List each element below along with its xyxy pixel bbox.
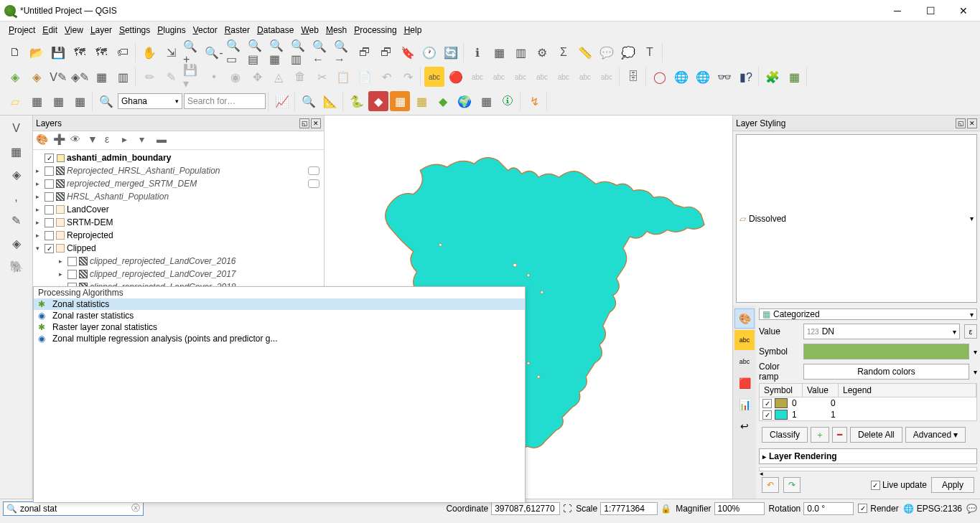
style-forward-button[interactable]: ↷: [783, 477, 801, 493]
color-ramp-button[interactable]: Random colors: [803, 364, 969, 380]
redo-icon[interactable]: ↷: [398, 67, 418, 87]
layer-checkbox[interactable]: [45, 166, 54, 176]
layer-checkbox[interactable]: ✓: [45, 244, 54, 253]
georef-icon[interactable]: 📐: [320, 91, 340, 111]
select-invert-icon[interactable]: ▦: [70, 91, 90, 111]
menu-help[interactable]: Help: [401, 24, 425, 37]
plugin-red-icon[interactable]: ◆: [368, 91, 388, 111]
zoom-selection-icon[interactable]: 🔍▤: [247, 42, 267, 62]
new-shapefile-icon[interactable]: V✎: [48, 67, 68, 87]
help-browser-icon[interactable]: ▮?: [736, 67, 756, 87]
attribute-table-icon[interactable]: ▦: [489, 42, 509, 62]
zoom-layer-icon[interactable]: 🔍▦: [269, 42, 289, 62]
layer-item[interactable]: ✓ashanti_admin_boundary: [33, 151, 324, 164]
locator-input[interactable]: [20, 504, 129, 514]
grid-plugin-icon[interactable]: ▦: [476, 91, 496, 111]
menu-web[interactable]: Web: [298, 24, 321, 37]
magnifier-input[interactable]: [714, 502, 765, 515]
style-manager-icon[interactable]: 🏷: [113, 42, 133, 62]
layer-checkbox[interactable]: [67, 270, 77, 279]
new-3d-view-icon[interactable]: 🗗: [376, 42, 396, 62]
vertex-tool-icon[interactable]: ◬: [269, 67, 289, 87]
new-print-layout-icon[interactable]: 🗺: [70, 42, 90, 62]
info-plugin-icon[interactable]: 🛈: [498, 91, 518, 111]
csv-open-icon[interactable]: ,: [6, 187, 27, 207]
value-field-select[interactable]: 123 DN: [803, 324, 960, 339]
plugin-orange-icon[interactable]: ▦: [390, 91, 410, 111]
algorithm-item[interactable]: ✱Zonal statistics: [34, 298, 525, 310]
legend-row[interactable]: ✓00: [760, 397, 976, 409]
eye-icon[interactable]: 👁: [70, 133, 85, 148]
gps-icon[interactable]: 🔍: [299, 91, 319, 111]
zoom-in-icon[interactable]: 🔍+: [182, 42, 202, 62]
orange-plugin-icon[interactable]: ↯: [524, 91, 544, 111]
raster-layer-icon[interactable]: ◈: [27, 67, 47, 87]
quickosm-icon[interactable]: 🌐: [671, 67, 691, 87]
map-tips-icon[interactable]: 💬: [597, 42, 617, 62]
zoom-last-icon[interactable]: 🔍←: [312, 42, 332, 62]
advanced-button[interactable]: Advanced ▾: [905, 427, 966, 443]
toolbox-icon[interactable]: ⚙: [532, 42, 552, 62]
styling-float-button[interactable]: ◱: [956, 118, 966, 128]
diagram-icon[interactable]: 🔴: [446, 67, 466, 87]
layer-item[interactable]: ▸Reprojected_HRSL_Ashanti_Population: [33, 164, 324, 177]
styling-close-button[interactable]: ✕: [967, 118, 977, 128]
label-tool-icon[interactable]: abc: [424, 67, 444, 87]
minimize-button[interactable]: ─: [881, 0, 914, 22]
layer-item[interactable]: ▸reprojected_merged_SRTM_DEM: [33, 177, 324, 190]
menu-settings[interactable]: Settings: [116, 24, 153, 37]
delete-icon[interactable]: 🗑: [290, 67, 310, 87]
algorithm-item[interactable]: ◉Zonal multiple regression analysis (poi…: [34, 333, 525, 344]
plugin-1-icon[interactable]: 🧩: [762, 67, 783, 87]
menu-vector[interactable]: Vector: [190, 24, 220, 37]
add-feature-icon[interactable]: •: [204, 67, 224, 87]
menu-view[interactable]: View: [62, 24, 86, 37]
label-rotate-icon[interactable]: abc: [532, 67, 552, 87]
new-memory-icon[interactable]: ▦: [91, 67, 111, 87]
zoom-next-icon[interactable]: 🔍→: [333, 42, 353, 62]
save-project-icon[interactable]: 💾: [48, 42, 68, 62]
refresh-icon[interactable]: 🔄: [441, 42, 461, 62]
label-pin-icon[interactable]: abc: [489, 67, 509, 87]
col-symbol[interactable]: Symbol: [760, 384, 803, 397]
layer-item[interactable]: ▸clipped_reprojected_LandCover_2016: [33, 255, 324, 268]
menu-plugins[interactable]: Plugins: [154, 24, 188, 37]
osm-search-icon[interactable]: 👓: [714, 67, 734, 87]
layer-checkbox[interactable]: [45, 205, 54, 215]
measure-icon[interactable]: 📏: [575, 42, 595, 62]
new-geopackage-icon[interactable]: ◈✎: [70, 67, 90, 87]
menu-layer[interactable]: Layer: [88, 24, 115, 37]
apply-button[interactable]: Apply: [931, 477, 974, 493]
label-hide-icon[interactable]: abc: [575, 67, 595, 87]
undo-icon[interactable]: ↶: [376, 67, 396, 87]
menu-project[interactable]: Project: [6, 24, 38, 37]
database-icon[interactable]: 🗄: [623, 67, 643, 87]
plugin-2-icon[interactable]: ▦: [784, 67, 804, 87]
layer-checkbox[interactable]: [45, 218, 54, 227]
plugin-gold-icon[interactable]: ▦: [411, 91, 431, 111]
undo-tab-icon[interactable]: ↩: [734, 416, 755, 436]
label-change-icon[interactable]: abc: [554, 67, 574, 87]
styling-layer-select[interactable]: ▱ Dissolved: [736, 134, 977, 303]
pan-to-selection-icon[interactable]: ⇲: [161, 42, 181, 62]
wfs-open-icon[interactable]: ◈: [6, 233, 27, 253]
layer-rendering-section[interactable]: ▸ Layer Rendering: [759, 448, 977, 464]
messages-icon[interactable]: 💬: [966, 504, 977, 514]
layer-item[interactable]: ▸LandCover: [33, 203, 324, 216]
collapse-icon[interactable]: ▾: [139, 133, 154, 148]
select-features-icon[interactable]: ▱: [5, 91, 25, 111]
paste-icon[interactable]: 📄: [355, 67, 375, 87]
new-map-view-icon[interactable]: 🗗: [355, 42, 375, 62]
save-edits-icon[interactable]: 💾▾: [182, 67, 202, 87]
nominatim-globe-icon[interactable]: 🔍: [96, 91, 116, 111]
vector-open-icon[interactable]: V: [6, 118, 27, 138]
filter-icon[interactable]: ▼: [88, 133, 102, 148]
pan-icon[interactable]: ✋: [139, 42, 159, 62]
expand-icon[interactable]: ▸: [122, 133, 136, 148]
expression-icon[interactable]: ε: [105, 133, 119, 148]
layer-item[interactable]: ▸HRSL_Ashanti_Population: [33, 190, 324, 203]
topology-icon[interactable]: ◯: [650, 67, 670, 87]
edit-pencil-icon[interactable]: ✏: [139, 67, 159, 87]
zoom-full-icon[interactable]: 🔍▭: [225, 42, 246, 62]
coord-input[interactable]: [491, 502, 560, 515]
